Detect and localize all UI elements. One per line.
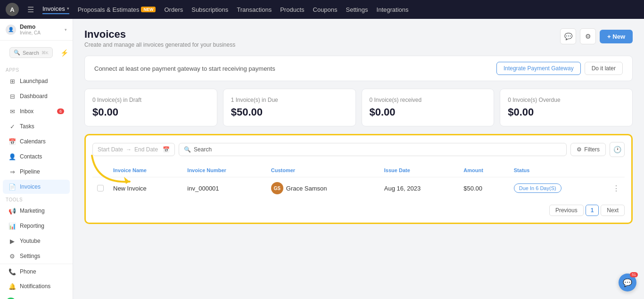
end-date-placeholder: End Date (134, 146, 158, 153)
page-title: Invoices (84, 28, 235, 41)
status-badge: Due In 6 Day(S) (514, 183, 561, 193)
next-button[interactable]: Next (601, 205, 625, 216)
nav-item-invoices[interactable]: Invoices ▾ (42, 5, 69, 14)
page-number-button[interactable]: 1 (586, 205, 599, 216)
filters-button[interactable]: ⚙ Filters (570, 143, 606, 156)
inbox-badge: 6 (57, 108, 64, 114)
sidebar-item-dashboard[interactable]: ⊟ Dashboard (3, 89, 70, 103)
stat-received[interactable]: 0 Invoice(s) received $0.00 (362, 89, 495, 126)
sidebar-item-settings[interactable]: ⚙ Settings (3, 249, 70, 263)
col-checkbox (92, 164, 108, 177)
invoices-table: Invoice Name Invoice Number Customer Iss… (92, 164, 625, 199)
sidebar-item-invoices[interactable]: 📄 Invoices (3, 180, 70, 194)
sidebar-item-marketing[interactable]: 📢 Marketing (3, 204, 70, 218)
dashboard-icon: ⊟ (8, 92, 16, 100)
nav-item-subscriptions[interactable]: Subscriptions (191, 6, 228, 13)
sidebar-user[interactable]: 👤 Demo Irvine, CA ▾ (0, 19, 73, 41)
row-checkbox-cell[interactable] (92, 177, 108, 199)
stats-row: 0 Invoice(s) in Draft $0.00 1 Invoice(s)… (84, 89, 633, 126)
stat-draft[interactable]: 0 Invoice(s) in Draft $0.00 (84, 89, 217, 126)
sidebar-item-inbox[interactable]: ✉ Inbox 6 (3, 104, 70, 118)
invoices-icon: 📄 (8, 183, 16, 191)
hamburger-icon[interactable]: ☰ (27, 5, 34, 14)
sidebar-item-contacts[interactable]: 👤 Contacts (3, 150, 70, 164)
banner-text: Connect at least one payment gateway to … (94, 65, 275, 72)
nav-item-products[interactable]: Products (280, 6, 304, 13)
pagination: Previous 1 Next (92, 205, 625, 216)
sidebar-bottom: 📞 Phone 🔔 Notifications CP Profile (0, 264, 73, 299)
sidebar-item-phone[interactable]: 📞 Phone (3, 265, 70, 279)
col-status: Status (509, 164, 608, 177)
nav-item-coupons[interactable]: Coupons (313, 6, 338, 13)
user-icon: 👤 (6, 25, 16, 35)
stat-received-value: $0.00 (370, 106, 487, 118)
filter-bar: Start Date → End Date 📅 🔍 Search ⚙ Filte… (92, 142, 625, 157)
search-icon: 🔍 (184, 146, 191, 153)
sidebar-item-notifications[interactable]: 🔔 Notifications (3, 279, 70, 293)
page-subtitle: Create and manage all invoices generated… (84, 42, 235, 48)
nav-item-transactions[interactable]: Transactions (237, 6, 272, 13)
nav-item-proposals[interactable]: Proposals & Estimates NEW (78, 6, 156, 13)
stat-due[interactable]: 1 Invoice(s) in Due $50.00 (223, 89, 356, 126)
top-navigation: A ☰ Invoices ▾ Proposals & Estimates NEW… (0, 0, 644, 19)
youtube-icon: ▶ (8, 237, 16, 245)
clock-button[interactable]: 🕐 (610, 142, 625, 157)
row-actions-button[interactable]: ⋮ (612, 184, 620, 192)
start-date-placeholder: Start Date (98, 146, 123, 153)
contacts-icon: 👤 (8, 153, 16, 160)
phone-icon: 📞 (8, 268, 16, 275)
table-body: New Invoice inv_000001 GS Grace Samson A… (92, 177, 625, 199)
launchpad-icon: ⊞ (8, 77, 16, 85)
table-header: Invoice Name Invoice Number Customer Iss… (92, 164, 625, 177)
stat-due-value: $50.00 (231, 106, 348, 118)
sidebar-item-tasks[interactable]: ✓ Tasks (3, 119, 70, 133)
calendar-icon: 📅 (163, 146, 170, 153)
sidebar-item-youtube[interactable]: ▶ Youtube (3, 234, 70, 248)
stat-overdue[interactable]: 0 Invoice(s) Overdue $0.00 (500, 89, 633, 126)
settings-icon-button[interactable]: ⚙ (580, 28, 596, 44)
pipeline-icon: ⇒ (8, 168, 16, 175)
search-input[interactable]: 🔍 Search ⌘K (9, 47, 53, 58)
col-actions (608, 164, 625, 177)
col-amount: Amount (459, 164, 509, 177)
nav-item-settings[interactable]: Settings (346, 6, 368, 13)
nav-item-orders[interactable]: Orders (164, 6, 183, 13)
new-invoice-button[interactable]: + New (600, 30, 633, 43)
sidebar-item-launchpad[interactable]: ⊞ Launchpad (3, 74, 70, 88)
page-actions: 💬 ⚙ + New (560, 28, 633, 44)
sidebar-item-pipeline[interactable]: ⇒ Pipeline (3, 165, 70, 179)
row-checkbox[interactable] (97, 185, 104, 191)
col-invoice-name: Invoice Name (108, 164, 182, 177)
tasks-icon: ✓ (8, 123, 16, 130)
nav-item-integrations[interactable]: Integrations (377, 6, 409, 13)
integrate-gateway-button[interactable]: Integrate Payment Gateway (496, 62, 581, 75)
stat-overdue-label: 0 Invoice(s) Overdue (508, 97, 625, 103)
main-content: Invoices Create and manage all invoices … (73, 19, 644, 299)
chat-icon-button[interactable]: 💬 (560, 28, 576, 44)
page-header: Invoices Create and manage all invoices … (84, 28, 633, 48)
previous-button[interactable]: Previous (549, 205, 584, 216)
app-logo[interactable]: A (6, 3, 19, 16)
calendars-icon: 📅 (8, 138, 16, 145)
amount-cell: $50.00 (459, 177, 509, 199)
status-cell: Due In 6 Day(S) (509, 177, 608, 199)
user-location: Irvine, CA (20, 30, 41, 35)
start-date-input[interactable]: Start Date → End Date 📅 (92, 143, 175, 156)
sidebar-item-calendars[interactable]: 📅 Calendars (3, 134, 70, 149)
lightning-icon[interactable]: ⚡ (60, 49, 68, 57)
sidebar: 👤 Demo Irvine, CA ▾ 🔍 Search ⌘K ⚡ Apps ⊞… (0, 19, 73, 299)
sidebar-item-profile[interactable]: CP Profile (0, 294, 73, 299)
sidebar-item-reporting[interactable]: 📊 Reporting (3, 219, 70, 233)
reporting-icon: 📊 (8, 222, 16, 230)
do-later-button[interactable]: Do it later (585, 62, 623, 75)
filter-icon: ⚙ (577, 146, 582, 153)
customer-avatar: GS (271, 182, 283, 194)
search-icon: 🔍 (14, 50, 20, 56)
chevron-down-icon: ▾ (65, 27, 67, 32)
notifications-icon: 🔔 (8, 282, 16, 290)
actions-cell[interactable]: ⋮ (608, 177, 625, 199)
invoice-name-cell: New Invoice (108, 177, 182, 199)
table-row[interactable]: New Invoice inv_000001 GS Grace Samson A… (92, 177, 625, 199)
arrow-icon: → (126, 146, 132, 153)
table-search-input[interactable]: 🔍 Search (179, 143, 567, 156)
